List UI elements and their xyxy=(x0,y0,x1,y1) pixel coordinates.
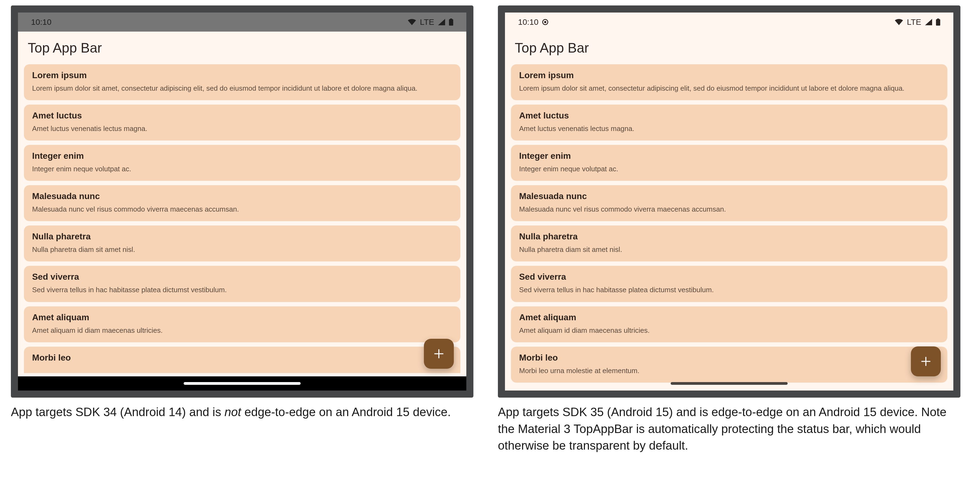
list-item-body: Morbi leo urna molestie at elementum. xyxy=(519,366,939,375)
navigation-bar[interactable] xyxy=(18,376,466,391)
list-item[interactable]: Malesuada nunc Malesuada nunc vel risus … xyxy=(24,185,460,221)
list-item-body: Integer enim neque volutpat ac. xyxy=(519,164,939,174)
list-item[interactable]: Nulla pharetra Nulla pharetra diam sit a… xyxy=(511,225,947,262)
list-item[interactable]: Integer enim Integer enim neque volutpat… xyxy=(24,145,460,181)
status-icons: LTE xyxy=(408,18,453,27)
status-icons: LTE xyxy=(895,18,940,27)
list-item-body: Lorem ipsum dolor sit amet, consectetur … xyxy=(519,84,939,93)
list-item-title: Amet aliquam xyxy=(32,312,452,323)
list-item-title: Lorem ipsum xyxy=(519,70,939,80)
list-item-body: Amet luctus venenatis lectus magna. xyxy=(32,124,452,133)
svg-rect-1 xyxy=(450,19,452,19)
list-item[interactable]: Amet luctus Amet luctus venenatis lectus… xyxy=(511,105,947,141)
status-bar: 10:10 LTE xyxy=(505,13,953,32)
list-item-body: Malesuada nunc vel risus commodo viverra… xyxy=(519,204,939,214)
list-item[interactable]: Amet aliquam Amet aliquam id diam maecen… xyxy=(511,307,947,342)
svg-rect-0 xyxy=(449,19,453,26)
gesture-pill-icon xyxy=(671,382,788,385)
list-item-body: Malesuada nunc vel risus commodo viverra… xyxy=(32,204,452,214)
clock-text: 10:10 xyxy=(518,18,538,27)
signal-icon xyxy=(438,19,445,26)
svg-rect-2 xyxy=(936,19,940,26)
list-item-body: Nulla pharetra diam sit amet nisl. xyxy=(32,245,452,254)
status-bar: 10:10 LTE xyxy=(18,13,466,32)
list-item-title: Lorem ipsum xyxy=(32,70,452,80)
list-item[interactable]: Integer enim Integer enim neque volutpat… xyxy=(511,145,947,181)
list-item[interactable]: Nulla pharetra Nulla pharetra diam sit a… xyxy=(24,225,460,262)
list-item-body: Amet aliquam id diam maecenas ultricies. xyxy=(519,326,939,335)
list-item-title: Malesuada nunc xyxy=(519,191,939,201)
clock-text: 10:10 xyxy=(31,18,51,27)
device-frame-right: 10:10 LTE Top App Bar xyxy=(498,5,961,398)
top-app-bar: Top App Bar xyxy=(505,32,953,64)
gesture-pill-icon xyxy=(184,382,301,385)
list-item[interactable]: Malesuada nunc Malesuada nunc vel risus … xyxy=(511,185,947,221)
list-item-body: Nulla pharetra diam sit amet nisl. xyxy=(519,245,939,254)
signal-icon xyxy=(925,19,932,26)
battery-icon xyxy=(449,19,453,26)
list-item[interactable]: Morbi leo Morbi leo urna molestie at ele… xyxy=(24,347,460,373)
caption-left: App targets SDK 34 (Android 14) and is n… xyxy=(11,404,473,420)
list-item-title: Nulla pharetra xyxy=(32,232,452,241)
list-item-title: Malesuada nunc xyxy=(32,191,452,201)
app-bar-title: Top App Bar xyxy=(28,40,102,56)
plus-icon xyxy=(920,355,932,367)
list-item[interactable]: Sed viverra Sed viverra tellus in hac ha… xyxy=(24,266,460,302)
wifi-icon xyxy=(408,19,416,26)
list-item-title: Nulla pharetra xyxy=(519,232,939,241)
network-label: LTE xyxy=(420,18,434,27)
list-item[interactable]: Amet aliquam Amet aliquam id diam maecen… xyxy=(24,307,460,342)
list-item-body: Integer enim neque volutpat ac. xyxy=(32,164,452,174)
fab-add-button[interactable] xyxy=(911,347,941,376)
network-label: LTE xyxy=(907,18,921,27)
example-right: 10:10 LTE Top App Bar xyxy=(498,5,961,454)
content-list[interactable]: Lorem ipsum Lorem ipsum dolor sit amet, … xyxy=(505,64,953,383)
list-item-title: Sed viverra xyxy=(32,272,452,282)
fab-add-button[interactable] xyxy=(424,339,454,369)
status-clock: 10:10 xyxy=(31,18,51,27)
list-item-body: Lorem ipsum dolor sit amet, consectetur … xyxy=(32,84,452,93)
list-item-title: Amet aliquam xyxy=(519,312,939,323)
battery-icon xyxy=(936,19,940,26)
list-item-title: Integer enim xyxy=(32,151,452,161)
list-item-title: Amet luctus xyxy=(32,110,452,121)
list-item-title: Morbi leo xyxy=(32,353,452,363)
status-clock: 10:10 xyxy=(518,18,548,27)
list-item-title: Morbi leo xyxy=(519,353,939,363)
list-item[interactable]: Sed viverra Sed viverra tellus in hac ha… xyxy=(511,266,947,302)
plus-icon xyxy=(433,348,445,360)
status-dot-icon xyxy=(542,19,548,25)
caption-right: App targets SDK 35 (Android 15) and is e… xyxy=(498,404,961,454)
device-frame-left: 10:10 LTE Top App Bar xyxy=(11,5,473,398)
app-bar-title: Top App Bar xyxy=(515,40,589,56)
list-item-title: Integer enim xyxy=(519,151,939,161)
top-app-bar: Top App Bar xyxy=(18,32,466,64)
list-item-body: Sed viverra tellus in hac habitasse plat… xyxy=(32,285,452,295)
list-item-body: Amet aliquam id diam maecenas ultricies. xyxy=(32,326,452,335)
list-item[interactable]: Lorem ipsum Lorem ipsum dolor sit amet, … xyxy=(511,64,947,100)
list-item-title: Amet luctus xyxy=(519,110,939,121)
example-left: 10:10 LTE Top App Bar xyxy=(11,5,473,454)
content-list[interactable]: Lorem ipsum Lorem ipsum dolor sit amet, … xyxy=(18,64,466,373)
navigation-bar[interactable] xyxy=(505,376,953,391)
list-item-body: Amet luctus venenatis lectus magna. xyxy=(519,124,939,133)
wifi-icon xyxy=(895,19,903,26)
svg-rect-3 xyxy=(937,19,939,19)
list-item[interactable]: Amet luctus Amet luctus venenatis lectus… xyxy=(24,105,460,141)
list-item[interactable]: Lorem ipsum Lorem ipsum dolor sit amet, … xyxy=(24,64,460,100)
list-item-body: Sed viverra tellus in hac habitasse plat… xyxy=(519,285,939,295)
list-item-title: Sed viverra xyxy=(519,272,939,282)
